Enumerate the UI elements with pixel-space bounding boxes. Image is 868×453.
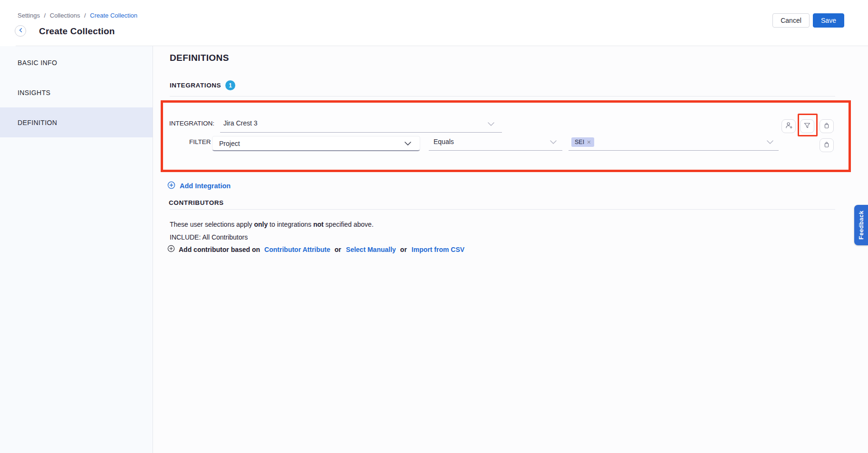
create-collection-page: Settings / Collections / Create Collecti… [0,0,868,453]
plus-circle-icon [167,245,175,254]
breadcrumb: Settings / Collections / Create Collecti… [18,12,137,19]
chevron-down-icon [550,140,557,144]
or-text: or [335,246,341,253]
breadcrumb-collections[interactable]: Collections [50,12,80,19]
plus-circle-icon [167,181,175,191]
chevron-down-icon [488,122,494,126]
definition-panel: DEFINITIONS INTEGRATIONS 1 INTEGRATION: … [154,46,868,453]
note-text: specified above. [324,221,374,228]
save-button[interactable]: Save [813,13,844,28]
filter-field-value: Project [219,140,405,147]
breadcrumb-create-collection[interactable]: Create Collection [90,12,137,19]
sidebar-item-definition[interactable]: DEFINITION [0,107,153,137]
include-line: INCLUDE: All Contributors [170,233,248,241]
definitions-heading: DEFINITIONS [170,53,229,63]
note-text: to integrations [268,221,313,228]
breadcrumb-settings[interactable]: Settings [18,12,40,19]
arrow-left-icon [18,27,24,35]
person-add-icon [785,121,793,131]
integrations-label: INTEGRATIONS [170,82,221,89]
delete-integration-button[interactable] [820,119,834,133]
feedback-tab[interactable]: Feedback [854,205,868,245]
integrations-count-badge: 1 [225,80,235,90]
filter-value-underline [569,150,779,151]
filter-operator-underline [429,150,562,151]
trash-icon [823,122,830,131]
chevron-down-icon [405,142,411,145]
integrations-section-header: INTEGRATIONS 1 [170,80,235,90]
contributors-note: These user selections apply only to inte… [170,221,374,228]
add-filter-button[interactable] [800,119,814,133]
filter-label: FILTER : [163,138,214,145]
contributors-label: CONTRIBUTORS [169,199,224,206]
integrations-divider [170,96,835,96]
contributor-attribute-link[interactable]: Contributor Attribute [264,246,330,253]
note-bold-not: not [313,221,324,228]
note-text: These user selections apply [170,221,254,228]
import-from-csv-link[interactable]: Import from CSV [412,246,464,253]
chevron-down-icon [767,140,773,144]
filter-operator-select[interactable]: Equals [434,138,454,145]
sidebar-item-label: BASIC INFO [18,59,57,67]
add-integration-label: Add Integration [180,182,231,190]
integration-row-highlight-box: INTEGRATION: Jira Crest 3 FILTER : Proje… [161,100,851,172]
tag-label: SEI [575,139,584,145]
add-contributor-prefix: Add contributor based on [179,246,260,253]
sidebar-item-insights[interactable]: INSIGHTS [0,77,153,107]
integration-select-value[interactable]: Jira Crest 3 [223,119,258,127]
settings-sidebar: BASIC INFO INSIGHTS DEFINITION [0,46,153,453]
integration-select-underline [220,132,502,133]
delete-filter-button[interactable] [820,138,834,152]
integration-label: INTEGRATION: [163,120,214,127]
sidebar-item-label: INSIGHTS [18,89,50,96]
select-manually-link[interactable]: Select Manually [346,246,396,253]
filter-value-tag: SEI ✕ [571,137,594,147]
page-title: Create Collection [39,26,115,37]
add-integration-link[interactable]: Add Integration [167,181,231,191]
sidebar-item-label: DEFINITION [18,119,57,126]
breadcrumb-separator: / [84,12,86,19]
funnel-icon [803,122,811,131]
add-contributor-row: Add contributor based on Contributor Att… [167,245,464,254]
contributors-divider [170,209,835,210]
trash-icon [823,141,830,150]
or-text: or [400,246,407,253]
breadcrumb-separator: / [44,12,46,19]
manage-contributors-button[interactable] [781,119,796,133]
filter-field-select[interactable]: Project [212,136,420,151]
close-icon[interactable]: ✕ [587,139,591,145]
sidebar-item-basic-info[interactable]: BASIC INFO [0,48,153,77]
cancel-button[interactable]: Cancel [772,13,810,28]
feedback-tab-label: Feedback [858,211,865,240]
back-button[interactable] [15,25,26,37]
note-bold-only: only [254,221,268,228]
